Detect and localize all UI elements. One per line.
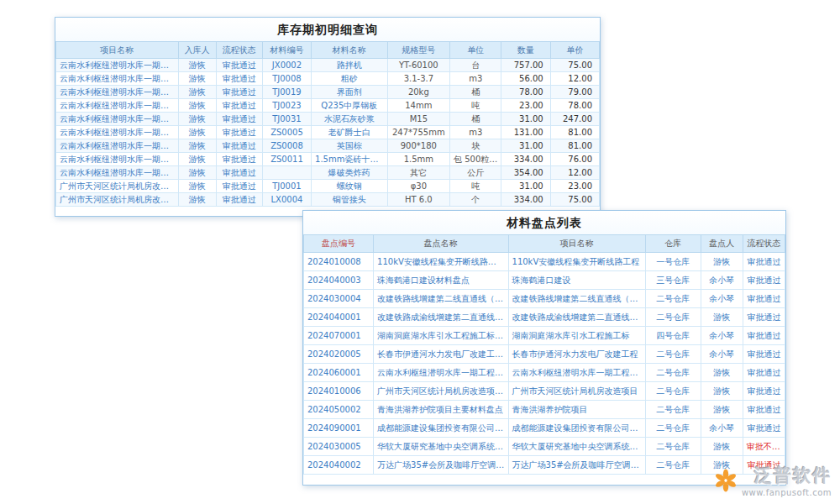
cell-code[interactable]: TJ0023 <box>262 99 311 113</box>
cell-project[interactable]: 成都能源建设集团投资有限公司临时... <box>508 419 645 438</box>
table-row[interactable]: 2024010006广州市天河区统计局机房改造项目材料...广州市天河区统计局机… <box>304 382 785 401</box>
cell-person[interactable]: 游恢 <box>178 99 216 113</box>
cell-id[interactable]: 2024070001 <box>304 327 374 345</box>
cell-person[interactable]: 游恢 <box>701 438 743 456</box>
table-row[interactable]: 云南水利枢纽潜明水库一期工程施工标游恢审批通过JX0002路拌机YT-60100… <box>56 59 600 72</box>
cell-status[interactable]: 审批通过 <box>216 99 262 113</box>
cell-material[interactable]: 铜管接头 <box>312 193 388 207</box>
cell-material[interactable]: Q235中厚钢板 <box>312 99 388 113</box>
cell-project[interactable]: 华软大厦研究基地中央空调系统工程 <box>508 438 645 456</box>
cell-warehouse[interactable]: 一号仓库 <box>645 253 701 271</box>
cell-status[interactable]: 审批通过 <box>216 72 262 86</box>
cell-name[interactable]: 华软大厦研究基地中央空调系统工程材... <box>374 438 508 456</box>
cell-status[interactable]: 审批通过 <box>216 59 262 72</box>
cell-person[interactable]: 游恢 <box>701 364 743 382</box>
cell-material[interactable]: 1.5mm瓷砖十字胶粒 <box>312 153 388 166</box>
cell-status[interactable]: 审批通过 <box>216 166 262 180</box>
table-row[interactable]: 云南水利枢纽潜明水库一期工程施工标游恢审批通过ZS0005老矿爵士白247*75… <box>56 126 600 139</box>
column-header-person[interactable]: 盘点人 <box>701 235 743 253</box>
cell-name[interactable]: 改建铁路成渝线增建第二直通线（成渝... <box>374 308 508 327</box>
table-row[interactable]: 2024090001成都能源建设集团投资有限公司临时办...成都能源建设集团投资… <box>304 419 785 438</box>
cell-warehouse[interactable]: 二号仓库 <box>645 456 701 475</box>
cell-status[interactable]: 审批通过 <box>743 327 785 345</box>
cell-id[interactable]: 2024020005 <box>304 345 374 364</box>
cell-material[interactable]: 路拌机 <box>312 59 388 72</box>
cell-project[interactable]: 珠海鹤港口建设 <box>508 271 645 290</box>
cell-person[interactable]: 游恢 <box>178 59 216 72</box>
cell-person[interactable]: 游恢 <box>178 153 216 166</box>
table-row[interactable]: 2024020005长春市伊通河水力发电厂改建工程材料...长春市伊通河水力发电… <box>304 345 785 364</box>
cell-code[interactable]: JX0002 <box>262 59 311 72</box>
cell-material[interactable]: 螺纹钢 <box>312 180 388 193</box>
cell-person[interactable]: 游恢 <box>178 166 216 180</box>
cell-material[interactable]: 老矿爵士白 <box>312 126 388 139</box>
cell-person[interactable]: 游恢 <box>178 139 216 153</box>
cell-person[interactable]: 余小琴 <box>701 290 743 308</box>
cell-status[interactable]: 审批不通过 <box>743 438 785 456</box>
cell-project[interactable]: 云南水利枢纽潜明水库一期工程施工标 <box>56 153 179 166</box>
cell-status[interactable]: 审批通过 <box>743 271 785 290</box>
table-row[interactable]: 云南水利枢纽潜明水库一期工程施工标游恢审批通过ZS00111.5mm瓷砖十字胶粒… <box>56 153 600 166</box>
cell-person[interactable]: 余小琴 <box>701 327 743 345</box>
table-row[interactable]: 2024040001改建铁路成渝线增建第二直通线（成渝...改建铁路成渝线增建第… <box>304 308 785 327</box>
cell-name[interactable]: 湖南洞庭湖水库引水工程施工标材料盘点 <box>374 327 508 345</box>
column-header-spec[interactable]: 规格型号 <box>387 42 449 59</box>
column-header-status[interactable]: 流程状态 <box>743 235 785 253</box>
cell-status[interactable]: 审批通过 <box>743 401 785 419</box>
cell-project[interactable]: 广州市天河区统计局机房改造项目 <box>508 382 645 401</box>
cell-warehouse[interactable]: 二号仓库 <box>645 364 701 382</box>
cell-warehouse[interactable]: 四号仓库 <box>645 327 701 345</box>
cell-warehouse[interactable]: 二号仓库 <box>645 401 701 419</box>
cell-material[interactable]: 爆破类炸药 <box>312 166 388 180</box>
column-header-unit[interactable]: 单位 <box>450 42 501 59</box>
column-header-code[interactable]: 材料编号 <box>262 42 311 59</box>
column-header-project[interactable]: 项目名称 <box>56 42 179 59</box>
column-header-status[interactable]: 流程状态 <box>216 42 262 59</box>
table-row[interactable]: 2024070001湖南洞庭湖水库引水工程施工标材料盘点湖南洞庭湖水库引水工程施… <box>304 327 785 345</box>
column-header-person[interactable]: 入库人 <box>178 42 216 59</box>
cell-name[interactable]: 青海洪湖养护院项目主要材料盘点 <box>374 401 508 419</box>
cell-project[interactable]: 云南水利枢纽潜明水库一期工程施工标 <box>56 126 179 139</box>
cell-project[interactable]: 改建铁路线增建第二线直通线（成都-... <box>508 290 645 308</box>
cell-project[interactable]: 云南水利枢纽潜明水库一期工程施工标 <box>56 139 179 153</box>
table-row[interactable]: 2024030004改建铁路线增建第二线直通线（成都-西...改建铁路线增建第二… <box>304 290 785 308</box>
cell-id[interactable]: 2024090001 <box>304 419 374 438</box>
cell-person[interactable]: 余小琴 <box>701 345 743 364</box>
cell-name[interactable]: 珠海鹤港口建设材料盘点 <box>374 271 508 290</box>
cell-person[interactable]: 游恢 <box>178 86 216 99</box>
cell-project[interactable]: 云南水利枢纽潜明水库一期工程施工标 <box>56 166 179 180</box>
cell-project[interactable]: 广州市天河区统计局机房改造项目 <box>56 193 179 207</box>
cell-status[interactable]: 审批通过 <box>216 180 262 193</box>
table-row[interactable]: 云南水利枢纽潜明水库一期工程施工标游恢审批通过TJ0023Q235中厚钢板14m… <box>56 99 600 113</box>
cell-code[interactable]: ZS0008 <box>262 139 311 153</box>
cell-status[interactable]: 审批通过 <box>743 345 785 364</box>
cell-person[interactable]: 游恢 <box>701 308 743 327</box>
table-row[interactable]: 云南水利枢纽潜明水库一期工程施工标游恢审批通过TJ0031水泥石灰砂浆M15桶3… <box>56 113 600 126</box>
column-header-name[interactable]: 盘点名称 <box>374 235 508 253</box>
cell-project[interactable]: 青海洪湖养护院项目 <box>508 401 645 419</box>
cell-project[interactable]: 湖南洞庭湖水库引水工程施工标 <box>508 327 645 345</box>
cell-project[interactable]: 长春市伊通河水力发电厂改建工程 <box>508 345 645 364</box>
table-row[interactable]: 2024050002青海洪湖养护院项目主要材料盘点青海洪湖养护院项目二号仓库游恢… <box>304 401 785 419</box>
cell-material[interactable]: 粗砂 <box>312 72 388 86</box>
cell-status[interactable]: 审批通过 <box>216 113 262 126</box>
cell-project[interactable]: 110kV安徽线程集变开断线路工程 <box>508 253 645 271</box>
table-row[interactable]: 2024040003珠海鹤港口建设材料盘点珠海鹤港口建设三号仓库余小琴审批通过 <box>304 271 785 290</box>
cell-warehouse[interactable]: 二号仓库 <box>645 382 701 401</box>
cell-status[interactable]: 审批通过 <box>743 364 785 382</box>
cell-status[interactable]: 审批通过 <box>743 290 785 308</box>
cell-person[interactable]: 游恢 <box>178 193 216 207</box>
cell-project[interactable]: 云南水利枢纽潜明水库一期工程施工标 <box>56 113 179 126</box>
cell-project[interactable]: 云南水利枢纽潜明水库一期工程施工标 <box>56 59 179 72</box>
cell-material[interactable]: 水泥石灰砂浆 <box>312 113 388 126</box>
cell-status[interactable]: 审批通过 <box>216 139 262 153</box>
cell-project[interactable]: 云南水利枢纽潜明水库一期工程施工标 <box>56 72 179 86</box>
cell-status[interactable]: 审批通过 <box>216 193 262 207</box>
cell-id[interactable]: 2024040002 <box>304 456 374 475</box>
column-header-price[interactable]: 单价 <box>550 42 599 59</box>
table-row[interactable]: 广州市天河区统计局机房改造项目游恢审批通过TJ0001螺纹钢φ30吨31.002… <box>56 180 600 193</box>
table-row[interactable]: 2024010008110kV安徽线程集变开断线路工程材料...110kV安徽线… <box>304 253 785 271</box>
cell-code[interactable]: ZS0005 <box>262 126 311 139</box>
cell-material[interactable]: 界面剂 <box>312 86 388 99</box>
cell-status[interactable]: 审批通过 <box>216 126 262 139</box>
